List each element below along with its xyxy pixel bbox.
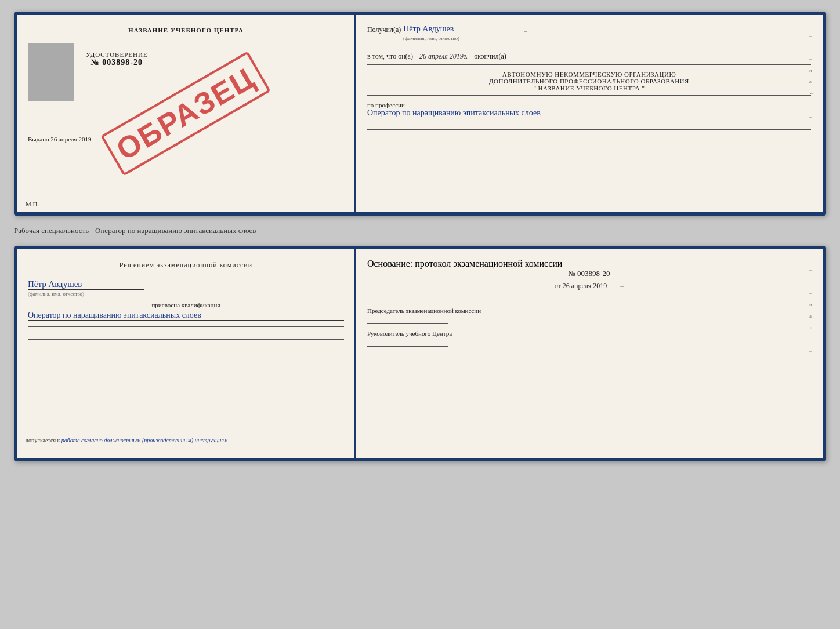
- top-school-name: НАЗВАНИЕ УЧЕБНОГО ЦЕНТРА: [28, 27, 344, 34]
- bottom-divider-2: [28, 333, 344, 333]
- profession-block: по профессии Оператор по наращиванию эпи…: [367, 101, 811, 118]
- divider-6: [367, 136, 811, 136]
- bottom-divider-1: [28, 326, 344, 327]
- bottom-fio-hint: (фамилия, имя, отчество): [28, 291, 344, 297]
- bottom-cert-right: Основание: протокол экзаменационной коми…: [356, 249, 823, 458]
- corner-lines: – – – и а ← – –: [809, 32, 814, 119]
- bottom-certificate: Решением экзаменационной комиссии Пётр А…: [14, 246, 826, 461]
- org-line3: " НАЗВАНИЕ УЧЕБНОГО ЦЕНТРА ": [367, 85, 811, 92]
- divider-3: [367, 95, 811, 96]
- top-cert-left: НАЗВАНИЕ УЧЕБНОГО ЦЕНТРА УДОСТОВЕРЕНИЕ №…: [17, 15, 356, 212]
- bc-line-4: –: [809, 336, 814, 342]
- bc-line-5: –: [809, 348, 814, 354]
- bottom-recipient-block: Пётр Авдушев: [28, 279, 344, 291]
- divider-5: [367, 129, 811, 130]
- bottom-cert-left: Решением экзаменационной комиссии Пётр А…: [17, 249, 356, 458]
- recipient-name-top: Пётр Авдушев: [403, 24, 519, 34]
- org-line2: ДОПОЛНИТЕЛЬНОГО ПРОФЕССИОНАЛЬНОГО ОБРАЗО…: [367, 78, 811, 85]
- divider-1: [367, 46, 811, 46]
- photo-placeholder: [28, 43, 74, 101]
- org-block: АВТОНОМНУЮ НЕКОММЕРЧЕСКУЮ ОРГАНИЗАЦИЮ ДО…: [367, 71, 811, 92]
- cert-id-number: № 003898-20: [86, 58, 148, 67]
- bottom-right-divider: [367, 301, 811, 301]
- bottom-divider-3: [28, 339, 344, 340]
- protocol-date-prefix: от: [555, 282, 561, 290]
- divider-4: [367, 123, 811, 123]
- c-line-arrow: ←: [809, 90, 814, 96]
- c-line-а: а: [809, 79, 814, 85]
- protocol-date-value: 26 апреля 2019: [563, 282, 607, 290]
- bottom-recipient-name: Пётр Авдушев: [28, 279, 144, 290]
- c-line-2: –: [809, 44, 814, 50]
- protocol-number: № 003898-20: [367, 269, 811, 278]
- qualification-label: присвоена квалификация: [28, 301, 344, 308]
- date-line: в том, что он(а) 26 апреля 2019г. окончи…: [367, 52, 811, 61]
- c-line-4: –: [809, 102, 814, 108]
- org-line1: АВТОНОМНУЮ НЕКОММЕРЧЕСКУЮ ОРГАНИЗАЦИЮ: [367, 71, 811, 78]
- top-cert-right: Получил(а) Пётр Авдушев – (фамилия, имя,…: [356, 15, 823, 212]
- допускается-block: допускается к работе согласно должностны…: [26, 437, 349, 449]
- c-line-1: –: [809, 32, 814, 38]
- recipient-line: Получил(а) Пётр Авдушев –: [367, 24, 811, 34]
- допускается-prefix: допускается к: [26, 437, 60, 443]
- director-block: Руководитель учебного Центра: [367, 330, 811, 347]
- chairman-signature-line: [367, 323, 448, 324]
- osnowanie: Основание: протокол экзаменационной коми…: [367, 259, 811, 269]
- top-certificate: НАЗВАНИЕ УЧЕБНОГО ЦЕНТРА УДОСТОВЕРЕНИЕ №…: [14, 12, 826, 216]
- komissia-title: Решением экзаменационной комиссии: [28, 261, 344, 270]
- okončil: окончил(а): [474, 52, 506, 60]
- bc-line-arrow: ←: [809, 325, 814, 330]
- chairman-block: Председатель экзаменационной комиссии: [367, 307, 811, 324]
- bottom-corner-lines: – – – и а ← – –: [809, 267, 814, 354]
- protocol-date: от 26 апреля 2019 –: [367, 282, 811, 290]
- cert-id-block: УДОСТОВЕРЕНИЕ № 003898-20: [86, 51, 148, 101]
- fio-hint-top: (фамилия, имя, отчество): [403, 35, 811, 41]
- date-value: 26 апреля 2019г.: [419, 52, 468, 61]
- issued-date-value: 26 апреля 2019: [50, 136, 91, 143]
- допускается-line: [26, 446, 349, 446]
- c-line-3: –: [809, 56, 814, 61]
- recipient-prefix: Получил(а): [367, 26, 401, 34]
- cert-id-label: УДОСТОВЕРЕНИЕ: [86, 51, 148, 58]
- bc-line-а: а: [809, 313, 814, 319]
- допускается-value: работе согласно должностным (производств…: [61, 437, 227, 443]
- issued-label: Выдано: [28, 136, 49, 143]
- c-line-и: и: [809, 67, 814, 73]
- profession-label: по профессии: [367, 101, 405, 108]
- issued-date: Выдано 26 апреля 2019: [28, 136, 344, 143]
- qualification-value: Оператор по наращиванию эпитаксиальных с…: [28, 311, 344, 321]
- director-title: Руководитель учебного Центра: [367, 330, 811, 337]
- between-text: Рабочая специальность - Оператор по нара…: [14, 224, 826, 238]
- bc-line-3: –: [809, 290, 814, 296]
- bc-line-1: –: [809, 267, 814, 272]
- bc-line-и: и: [809, 301, 814, 307]
- c-line-5: –: [809, 114, 814, 119]
- bc-line-2: –: [809, 278, 814, 284]
- director-signature-line: [367, 346, 448, 347]
- divider-2: [367, 64, 811, 65]
- chairman-title: Председатель экзаменационной комиссии: [367, 307, 811, 314]
- profession-value: Оператор по наращиванию эпитаксиальных с…: [367, 108, 811, 118]
- page-wrapper: НАЗВАНИЕ УЧЕБНОГО ЦЕНТРА УДОСТОВЕРЕНИЕ №…: [14, 12, 826, 461]
- mp-label: М.П.: [26, 201, 39, 208]
- date-prefix: в том, что он(а): [367, 52, 413, 60]
